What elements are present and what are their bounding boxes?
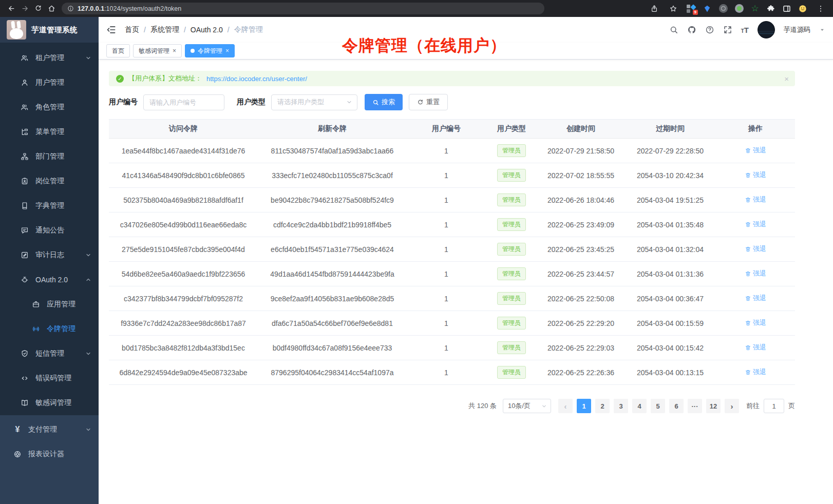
- sidebar-collapse-icon[interactable]: [106, 25, 117, 35]
- access-token-cell: b0d1785bc3a8482f812db4a3f3bd15ec: [109, 336, 258, 360]
- sidebar-item-error-code[interactable]: 错误码管理: [0, 366, 99, 391]
- address-bar[interactable]: 127.0.0.1:1024/system/oauth2/token: [62, 3, 544, 14]
- user-id-cell: 1: [407, 163, 486, 188]
- extension-puzzle[interactable]: [766, 4, 776, 14]
- site-info-icon[interactable]: [67, 5, 74, 12]
- page-button-12[interactable]: 12: [706, 399, 721, 413]
- user-type-tag: 管理员: [497, 366, 526, 379]
- user-id-input[interactable]: [143, 94, 224, 110]
- column-header: 创建时间: [537, 120, 624, 139]
- goto-page-input[interactable]: [764, 399, 784, 413]
- breadcrumb-item[interactable]: 首页: [125, 25, 139, 34]
- sidebar-item-oauth2-app[interactable]: 应用管理: [0, 292, 99, 317]
- extension-emoji[interactable]: [798, 4, 808, 14]
- sidebar-item-dept[interactable]: 部门管理: [0, 144, 99, 169]
- github-icon[interactable]: [687, 25, 696, 34]
- tab-close-icon[interactable]: ×: [173, 48, 176, 54]
- action-cell: 强退: [716, 163, 795, 188]
- sidebar-item-report-designer[interactable]: 报表设计器: [0, 442, 99, 467]
- page-ellipsis[interactable]: ···: [688, 399, 702, 413]
- table-body: 1ea5e44f8bc1467aaede43144f31de76811c5304…: [109, 139, 795, 385]
- page-button-5[interactable]: 5: [651, 399, 665, 413]
- alert-doc-link[interactable]: https://doc.iocoder.cn/user-center/: [206, 75, 307, 83]
- force-logout-button[interactable]: 强退: [745, 220, 766, 229]
- sidebar-item-oauth2[interactable]: OAuth 2.0: [0, 267, 99, 292]
- sidebar-item-label: 审计日志: [35, 250, 64, 260]
- breadcrumb-item[interactable]: OAuth 2.0: [191, 26, 223, 34]
- user-type-tag: 管理员: [497, 144, 526, 157]
- username[interactable]: 芋道源码: [784, 25, 810, 34]
- page-button-1[interactable]: 1: [577, 399, 591, 413]
- extension-side-panel[interactable]: [782, 4, 792, 14]
- page-button-2[interactable]: 2: [595, 399, 610, 413]
- sidebar-item-audit-log[interactable]: 审计日志: [0, 243, 99, 267]
- sidebar-item-oauth2-token[interactable]: 令牌管理: [0, 317, 99, 341]
- page-size-select[interactable]: 10条/页: [503, 399, 551, 413]
- search-icon[interactable]: [669, 25, 678, 34]
- browser-reload-icon[interactable]: [32, 3, 44, 15]
- tab-close-icon[interactable]: ×: [225, 48, 229, 54]
- logo-rabbit-image: [7, 20, 26, 40]
- force-logout-button[interactable]: 强退: [745, 170, 766, 180]
- breadcrumb-item[interactable]: 系统管理: [150, 25, 179, 34]
- sidebar-item-sensitive-word[interactable]: 敏感词管理: [0, 391, 99, 415]
- next-page-button[interactable]: ›: [725, 399, 739, 413]
- sidebar-item-menu[interactable]: 菜单管理: [0, 120, 99, 144]
- extension-green-dot[interactable]: [734, 4, 744, 14]
- force-logout-button[interactable]: 强退: [745, 343, 766, 352]
- sidebar-item-tenant[interactable]: 租户管理: [0, 46, 99, 70]
- sidebar-item-label: OAuth 2.0: [35, 276, 68, 284]
- sidebar-item-dict[interactable]: 字典管理: [0, 193, 99, 218]
- help-icon[interactable]: [705, 25, 714, 34]
- sidebar-item-pay[interactable]: ¥支付管理: [0, 417, 99, 442]
- extension-grid-diamond[interactable]: 9: [686, 4, 696, 14]
- force-logout-button[interactable]: 强退: [745, 318, 766, 327]
- force-logout-button[interactable]: 强退: [745, 146, 766, 155]
- alert-close-icon[interactable]: ×: [784, 74, 789, 83]
- access-token-cell: f9336e7c7dd242a283ee98dc86b17a87: [109, 311, 258, 336]
- sidebar-item-post[interactable]: 岗位管理: [0, 169, 99, 193]
- avatar[interactable]: [758, 21, 775, 38]
- created-at-cell: 2022-06-25 22:50:08: [537, 286, 624, 311]
- chevron-down-icon[interactable]: [819, 27, 825, 33]
- extension-dark-circle[interactable]: [718, 4, 728, 14]
- tab-label: 首页: [112, 47, 124, 55]
- browser-menu-icon[interactable]: [815, 3, 827, 15]
- refresh-token-cell: b0df4980ffd34c67a08f9156e4eee733: [258, 336, 407, 360]
- browser-forward-icon[interactable]: [18, 3, 31, 15]
- tab-sensitive-word[interactable]: 敏感词管理×: [133, 44, 182, 57]
- force-logout-button[interactable]: 强退: [745, 269, 766, 278]
- trash-icon: [745, 197, 751, 203]
- font-size-icon[interactable]: TT: [741, 26, 749, 34]
- sidebar-item-user[interactable]: 用户管理: [0, 70, 99, 95]
- table-row: c347026e805e4d99b0d116eae66eda8ccdfc4ce9…: [109, 212, 795, 237]
- user-type-select[interactable]: 请选择用户类型: [271, 94, 357, 110]
- force-logout-button[interactable]: 强退: [745, 244, 766, 254]
- action-cell: 强退: [716, 212, 795, 237]
- sidebar-item-notice[interactable]: 通知公告: [0, 218, 99, 243]
- reset-button[interactable]: 重置: [409, 94, 448, 110]
- tab-token[interactable]: 令牌管理×: [185, 44, 235, 57]
- search-button[interactable]: 搜索: [365, 94, 403, 110]
- force-logout-button[interactable]: 强退: [745, 367, 766, 377]
- tab-home[interactable]: 首页: [106, 44, 130, 57]
- bookmark-star-icon[interactable]: [667, 3, 679, 15]
- force-logout-button[interactable]: 强退: [745, 195, 766, 204]
- page-button-4[interactable]: 4: [632, 399, 647, 413]
- extension-green-star[interactable]: ☆: [750, 4, 760, 14]
- browser-back-icon[interactable]: [5, 3, 17, 15]
- fullscreen-icon[interactable]: [723, 25, 732, 34]
- share-icon[interactable]: [648, 3, 660, 15]
- sidebar-item-sms[interactable]: 短信管理: [0, 341, 99, 366]
- extension-gem[interactable]: [702, 4, 712, 14]
- page-button-6[interactable]: 6: [669, 399, 684, 413]
- page-button-3[interactable]: 3: [614, 399, 628, 413]
- prev-page-button[interactable]: ‹: [558, 399, 573, 413]
- sidebar-item-role[interactable]: 角色管理: [0, 95, 99, 120]
- shield-icon: [21, 350, 29, 358]
- browser-home-icon[interactable]: [45, 3, 58, 15]
- trash-icon: [745, 369, 751, 376]
- app-logo[interactable]: 芋道管理系统: [0, 17, 99, 43]
- trash-icon: [745, 147, 751, 154]
- force-logout-button[interactable]: 强退: [745, 294, 766, 303]
